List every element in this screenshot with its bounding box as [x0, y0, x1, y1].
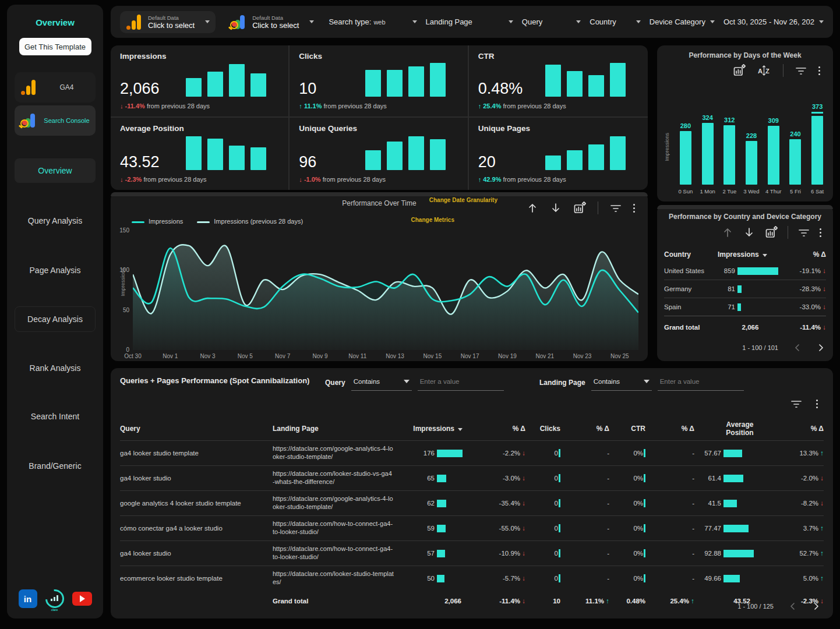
table-row[interactable]: ecommerce looker studio template https:/…: [120, 566, 824, 591]
col-ctr-delta[interactable]: % Δ: [645, 425, 694, 433]
value-bar: [737, 267, 778, 275]
col-impressions[interactable]: Impressions: [408, 425, 482, 433]
sidebar-item-search-intent[interactable]: Search Intent: [15, 404, 96, 429]
x-tick: Nov 21: [535, 353, 554, 359]
sidebar-item-rank-analysis[interactable]: Rank Analysis: [15, 356, 96, 380]
days-bar-chart[interactable]: 2800 Sun3241 Mon3122 Tue2283 Wed3094 Thu…: [675, 103, 828, 195]
day-bar-sun[interactable]: 2800 Sun: [675, 122, 697, 195]
ga4-data-selector[interactable]: Default Data Click to select: [120, 11, 216, 33]
delta-cell: -10.9% ↓: [482, 550, 525, 557]
day-bar-fri[interactable]: 2405 Fri: [785, 130, 807, 195]
query-cell: ecommerce looker studio template: [120, 575, 273, 582]
dataclare-logo-icon[interactable]: clare: [45, 589, 64, 608]
country-toolbar: [722, 226, 821, 239]
sidebar-item-overview[interactable]: Overview: [15, 158, 96, 183]
sidebar-item-brand-generic[interactable]: Brand/Generic: [15, 454, 96, 478]
col-impressions[interactable]: Impressions: [718, 250, 783, 259]
table-row[interactable]: google analytics 4 looker studio templat…: [120, 490, 824, 515]
more-options-icon[interactable]: [633, 204, 635, 213]
kpi-card[interactable]: CTR 0.48% ↑ 25.4% from previous 28 days: [469, 45, 648, 118]
table-row[interactable]: ga4 looker studio https://dataclare.com/…: [120, 465, 824, 490]
sidebar-item-decay-analysis[interactable]: Decay Analysis: [15, 306, 96, 332]
col-imp-delta[interactable]: % Δ: [482, 425, 525, 433]
table-row[interactable]: United States 859 -19.1% ↓: [664, 262, 826, 280]
query-filter-input[interactable]: [418, 374, 504, 391]
page-next-icon[interactable]: [817, 344, 825, 352]
kpi-sparkline: [186, 136, 266, 170]
filter-country[interactable]: Country: [590, 17, 641, 26]
line-chart-plot[interactable]: [133, 231, 638, 350]
filter-icon[interactable]: [790, 398, 802, 409]
col-clicks-delta[interactable]: % Δ: [560, 425, 609, 433]
filter-icon[interactable]: [795, 65, 807, 76]
col-delta[interactable]: % Δ: [783, 250, 826, 259]
col-pos-delta[interactable]: % Δ: [774, 425, 824, 433]
pagination-range: 1 - 100 / 125: [737, 603, 774, 610]
panel-title: Queries + Pages Performance (Spot Cannib…: [120, 376, 309, 385]
query-operator-select[interactable]: Contains: [351, 374, 412, 391]
more-options-icon[interactable]: [816, 400, 818, 408]
clicks-cell: 0: [525, 524, 560, 532]
landing-page-filter: Landing Page Contains: [539, 374, 744, 391]
table-row[interactable]: cómo conectar ga4 a looker studio https:…: [120, 515, 824, 540]
chart-config-icon[interactable]: [733, 64, 746, 77]
ctr-cell: 0%: [609, 449, 645, 457]
more-options-icon[interactable]: [820, 228, 821, 237]
chart-config-icon[interactable]: [765, 226, 778, 239]
page-previous-icon[interactable]: [793, 344, 802, 352]
chart-config-icon[interactable]: [573, 202, 586, 214]
table-row[interactable]: ga4 looker studio https://dataclare.com/…: [120, 540, 824, 566]
arrow-up-icon[interactable]: [527, 202, 538, 214]
youtube-icon[interactable]: [72, 592, 92, 606]
source-search-console[interactable]: Search Console: [15, 105, 96, 136]
landing-page-operator-select[interactable]: Contains: [591, 374, 652, 391]
sidebar-item-page-analysis[interactable]: Page Analysis: [15, 258, 96, 282]
arrow-down-icon[interactable]: [550, 202, 562, 214]
arrow-up-icon[interactable]: [722, 227, 733, 238]
col-clicks[interactable]: Clicks: [525, 425, 560, 433]
table-row[interactable]: Germany 81 -28.3% ↓: [664, 280, 826, 298]
page-previous-icon[interactable]: [789, 602, 797, 610]
filter-icon[interactable]: [610, 203, 622, 213]
landing-page-cell: https://dataclare.com/how-to-connect-ga4…: [273, 520, 408, 536]
col-landing-page[interactable]: Landing Page: [273, 425, 408, 433]
linkedin-icon[interactable]: in: [19, 589, 37, 608]
sort-az-icon[interactable]: AZ: [757, 65, 771, 76]
landing-page-filter-input[interactable]: [658, 374, 744, 391]
sidebar-item-query-analysis[interactable]: Query Analysis: [15, 209, 96, 233]
legend-impressions[interactable]: Impressions: [132, 218, 183, 225]
impressions-cell: 59: [408, 525, 482, 532]
filter-device-category[interactable]: Device Category: [650, 17, 715, 26]
day-bar-thur[interactable]: 3094 Thur: [763, 117, 785, 195]
horizontal-scrollbar[interactable]: [657, 205, 833, 209]
filter-landing-page[interactable]: Landing Page: [426, 17, 513, 26]
arrow-down-icon[interactable]: [743, 227, 755, 238]
table-row[interactable]: ga4 looker studio template https://datac…: [120, 440, 824, 465]
get-template-button[interactable]: Get This Template: [19, 38, 91, 55]
col-query[interactable]: Query: [120, 425, 273, 433]
source-ga4[interactable]: GA4: [15, 72, 96, 103]
kpi-card[interactable]: Clicks 10 ↑ 11.1% from previous 28 days: [290, 45, 468, 118]
kpi-card[interactable]: Impressions 2,066 ↓ -11.4% from previous…: [111, 45, 290, 118]
more-options-icon[interactable]: [818, 66, 820, 75]
col-country[interactable]: Country: [664, 250, 718, 259]
horizontal-scrollbar[interactable]: [111, 192, 648, 196]
day-bar-sat[interactable]: 3736 Sat: [806, 103, 828, 195]
day-bar-wed[interactable]: 2283 Wed: [740, 132, 763, 195]
day-bar-mon[interactable]: 3241 Mon: [697, 114, 719, 195]
date-range-picker[interactable]: Oct 30, 2025 - Nov 26, 202: [723, 17, 824, 26]
filter-search-type[interactable]: Search type: web: [329, 17, 417, 26]
legend-impressions-previous[interactable]: Impressions (previous 28 days): [197, 218, 303, 225]
kpi-card[interactable]: Unique Pages 20 ↑ 42.9% from previous 28…: [469, 118, 648, 190]
col-avg-position[interactable]: Average Position: [694, 420, 774, 437]
table-row[interactable]: Spain 71 -33.0% ↓: [664, 298, 826, 316]
kpi-card[interactable]: Unique Queries 96 ↓ -1.0% from previous …: [290, 118, 468, 190]
kpi-card[interactable]: Average Position 43.52 ↓ -2.3% from prev…: [111, 118, 290, 190]
search-console-data-selector[interactable]: Default Data Click to select: [224, 11, 320, 33]
filter-icon[interactable]: [798, 227, 810, 238]
page-next-icon[interactable]: [812, 602, 820, 610]
col-ctr[interactable]: CTR: [609, 425, 645, 433]
selector-title: Default Data: [252, 15, 299, 21]
day-bar-tue[interactable]: 3122 Tue: [718, 116, 740, 195]
filter-query[interactable]: Query: [522, 17, 581, 26]
